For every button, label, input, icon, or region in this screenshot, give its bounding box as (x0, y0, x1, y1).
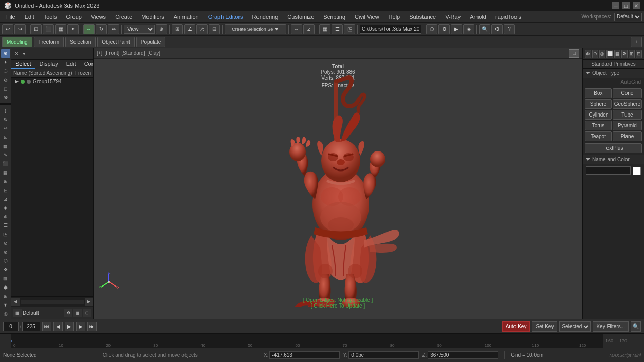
color-swatch[interactable] (633, 167, 641, 175)
box-icon-button[interactable]: ⬛ (1, 160, 10, 168)
filter-icon-button[interactable]: ▼ (1, 301, 10, 309)
x-input[interactable] (269, 351, 340, 359)
menu-rendering[interactable]: Rendering (248, 13, 283, 21)
torus-button[interactable]: Torus (585, 121, 612, 130)
minimize-button[interactable]: ─ (612, 2, 619, 9)
y-input[interactable] (348, 351, 419, 359)
snap-spinner-button[interactable]: ⊟ (209, 24, 220, 34)
tab-select[interactable]: Select (11, 60, 35, 69)
modify-panel-button[interactable]: ✦ (1, 58, 10, 66)
menu-customize[interactable]: Customize (283, 13, 318, 21)
menu-views[interactable]: Views (87, 13, 110, 21)
menu-scripting[interactable]: Scripting (319, 13, 349, 21)
menu-tools[interactable]: Tools (40, 13, 61, 21)
left-panel-expand[interactable]: ▼ (21, 52, 27, 56)
align-icon-button[interactable]: ⊿ (1, 195, 10, 203)
vp-render-mode[interactable]: [Standard] (121, 50, 145, 56)
rp-icon-8[interactable]: ⊟ (636, 50, 642, 58)
snap-percent-button[interactable]: % (196, 24, 208, 34)
rotate-tool-button[interactable]: ↻ (1, 116, 10, 124)
current-frame-input[interactable] (3, 322, 19, 331)
maximize-button[interactable]: □ (622, 2, 630, 9)
menu-arnold[interactable]: Arnold (466, 13, 490, 21)
tab-modeling[interactable]: Modeling (2, 37, 32, 47)
help-icon-button[interactable]: ? (504, 24, 515, 34)
region-tool-button[interactable]: ▦ (1, 142, 10, 150)
search-anim-button[interactable]: 🔍 (631, 321, 641, 332)
rp-icon-5[interactable]: ▦ (614, 50, 620, 58)
menu-substance[interactable]: Substance (405, 13, 440, 21)
snap-angle-button[interactable]: ∠ (184, 24, 195, 34)
object-type-header[interactable]: Object Type (583, 69, 644, 78)
mirror-button[interactable]: ↔ (291, 24, 302, 34)
tab-populate[interactable]: Populate (136, 37, 165, 47)
vp-maximize-button[interactable]: □ (569, 49, 579, 58)
menu-file[interactable]: File (2, 13, 20, 21)
close-button[interactable]: ✕ (633, 2, 640, 9)
tube-button[interactable]: Tube (613, 110, 642, 120)
timeline-ruler[interactable]: 0 10 20 30 40 50 60 70 80 90 100 110 120 (11, 334, 603, 348)
select-region-button[interactable]: ⬛ (43, 24, 54, 34)
layer-view-button[interactable]: ▦ (73, 309, 82, 317)
render-setup-button[interactable]: ⚙ (438, 24, 450, 34)
geosphere-button[interactable]: GeoSphere (613, 99, 642, 109)
rp-icon-3[interactable]: ◎ (599, 50, 605, 58)
helper-icon-button[interactable]: ⬡ (1, 257, 10, 265)
scale-tool-button[interactable]: ⇔ (1, 124, 10, 132)
menu-create[interactable]: Create (111, 13, 136, 21)
left-panel-close[interactable]: ✕ (13, 51, 20, 56)
box-button[interactable]: Box (585, 88, 612, 98)
align-button[interactable]: ⊿ (303, 24, 315, 34)
menu-vray[interactable]: V-Ray (441, 13, 465, 21)
key-filters-button[interactable]: Key Filters... (593, 321, 629, 332)
menu-rapid-tools[interactable]: rapidTools (491, 13, 525, 21)
vp-view-mode[interactable]: [Front] (104, 50, 119, 56)
render-frame-button[interactable]: ▶ (451, 24, 462, 34)
vp-plus[interactable]: [+] (97, 50, 102, 56)
hierarchy-panel-button[interactable]: ◌ (1, 67, 10, 75)
paint-tool-button[interactable]: ✎ (1, 151, 10, 159)
total-frames-input[interactable] (22, 322, 40, 331)
viewport-canvas[interactable]: Total Polys: 901 886 Verts: 887 681 FPS:… (94, 59, 582, 319)
settings-button[interactable]: ⚙ (491, 24, 503, 34)
goto-end-button[interactable]: ⏭ (87, 322, 97, 331)
rp-icon-1[interactable]: ⊕ (585, 50, 591, 58)
render2-icon-button[interactable]: ⊕ (1, 213, 10, 221)
undo-button[interactable]: ↩ (2, 24, 13, 34)
tab-freeform[interactable]: Freeform (34, 37, 64, 47)
create-panel-button[interactable]: ⊕ (1, 49, 10, 58)
mirror-icon-button[interactable]: ⊟ (1, 186, 10, 194)
object-name-input[interactable] (586, 166, 631, 175)
add-tab-button[interactable]: + (631, 37, 642, 47)
object2-icon-button[interactable]: ◎ (1, 310, 10, 318)
prev-frame-button[interactable]: ◀ (53, 322, 63, 331)
textplus-button[interactable]: TextPlus (585, 143, 642, 153)
rp-icon-7[interactable]: ⊞ (629, 50, 635, 58)
select-button[interactable]: ⊡ (30, 24, 42, 34)
select-all-button[interactable]: ✦ (67, 24, 79, 34)
layer-grid-button[interactable]: ⊞ (83, 309, 91, 317)
plane-button[interactable]: Plane (613, 131, 642, 141)
horizontal-scrollbar[interactable] (21, 300, 84, 304)
path-input[interactable] (360, 25, 421, 34)
material-icon-button[interactable]: ◈ (1, 204, 10, 212)
move-tool-button[interactable]: ↕ (1, 107, 10, 115)
goto-start-button[interactable]: ⏮ (42, 322, 51, 331)
play-button[interactable]: ▶ (65, 322, 74, 331)
scale-button[interactable]: ⇔ (108, 24, 119, 34)
effects-icon-button[interactable]: ⊞ (1, 292, 10, 300)
redo-button[interactable]: ↪ (14, 24, 26, 34)
scene-item-group[interactable]: ▶ Group15794 (11, 78, 93, 85)
viewport-bottom-messages[interactable]: [ Open Edges: Not applicable ] [ Click H… (303, 297, 373, 309)
tab-selection[interactable]: Selection (65, 37, 96, 47)
snap3d-button[interactable]: ⊞ (172, 24, 183, 34)
workspace-dropdown[interactable]: Default (614, 13, 642, 21)
create-selection-set-button[interactable]: Create Selection Se ▼ (225, 24, 286, 34)
menu-graph-editors[interactable]: Graph Editors (204, 13, 247, 21)
selected-dropdown[interactable]: Selected (559, 321, 591, 332)
schematic-icon-button[interactable]: ◳ (1, 230, 10, 238)
auto-key-button[interactable]: Auto Key (502, 321, 530, 332)
search-button[interactable]: 🔍 (479, 24, 490, 34)
move-button[interactable]: ↔ (83, 24, 95, 34)
utilities-panel-button[interactable]: ⚒ (1, 93, 10, 102)
